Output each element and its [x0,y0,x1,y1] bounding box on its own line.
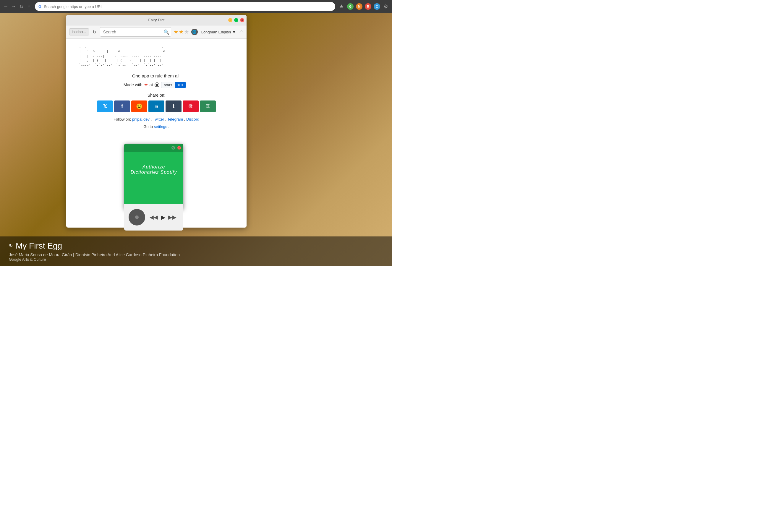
discord-link[interactable]: Discord [186,117,199,121]
artwork-title: My First Egg [16,241,62,251]
share-tumblr-button[interactable]: t [166,101,181,112]
made-with-line: Made with ❤ at stars 101 . [123,82,189,88]
settings-button[interactable]: ◠ [240,29,244,35]
heart-icon: ❤ [144,82,148,87]
telegram-link[interactable]: Telegram [167,117,183,121]
github-icon[interactable] [155,82,159,87]
maximize-button[interactable]: + [234,18,238,22]
linkedin-icon: in [155,104,158,109]
chrome-address-bar[interactable]: G [35,2,335,11]
stars-count: 101 [175,82,186,88]
separator: | [73,252,75,257]
facebook-icon: f [121,103,123,110]
spotify-titlebar: ⚙ × [124,144,183,152]
follow-line: Follow on: pnlpal.dev , Twitter , Telegr… [114,117,199,121]
tagline: One app to rule them all. [132,73,180,78]
forward-button[interactable]: → [11,4,17,9]
spotify-panel: ⚙ × Authorize Dictionariez Spotify [124,144,183,209]
extensions-icon[interactable]: ⚙ [383,3,389,10]
next-button[interactable]: ▶▶ [168,214,176,221]
share-label: Share on: [97,93,216,97]
dict-name: Longman English [201,30,231,34]
refresh-icon[interactable]: ↻ [9,243,13,249]
spotify-close-button[interactable]: × [177,146,181,149]
google-icon: G [38,4,41,9]
dict-selector[interactable]: Longman English ▼ [200,29,237,35]
spotify-authorize-text: Authorize Dictionariez Spotify [129,164,179,175]
pnlpal-link[interactable]: pnlpal.dev [132,117,149,121]
at-text: at [149,82,153,87]
music-player: ◀◀ ▶ ▶▶ [124,204,183,230]
history-button[interactable]: ↻ [91,28,97,36]
home-button[interactable]: ⌂ [26,4,32,9]
twitter-link[interactable]: Twitter [153,117,164,121]
share-linkedin-button[interactable]: in [148,101,164,112]
player-controls: ◀◀ ▶ ▶▶ [149,214,176,221]
settings-line: Go to settings . [143,124,169,129]
window-titlebar: Fairy Dict − + × [66,15,247,25]
reload-button[interactable]: ↻ [18,4,24,9]
history-tab[interactable]: incoher... [69,28,89,35]
profile-icon-1[interactable]: G [347,3,354,10]
share-buttons: 𝕏 f 😉 in t 微 豆 [97,101,216,112]
stars-label: stars [161,82,175,88]
minimize-button[interactable]: − [228,18,232,22]
back-button[interactable]: ← [3,4,9,9]
stars-badge[interactable]: stars 101 [161,82,186,88]
album-art [129,209,145,225]
bottom-bar: ↻ My First Egg José Maria Sousa de Moura… [0,236,392,266]
chrome-actions: ★ G M R C ⚙ [338,3,389,10]
search-button[interactable]: 🔍 [164,29,169,35]
close-button[interactable]: × [240,18,244,22]
share-section: Share on: 𝕏 f 😉 in t 微 [97,93,216,112]
share-twitter-button[interactable]: 𝕏 [97,101,113,112]
address-input[interactable] [44,4,332,9]
made-with-text: Made with [123,82,142,87]
tumblr-icon: t [173,103,174,109]
profile-icon-2[interactable]: M [356,3,362,10]
profile-icon-3[interactable]: R [365,3,371,10]
share-facebook-button[interactable]: f [114,101,130,112]
album-art-inner [135,216,139,219]
share-reddit-button[interactable]: 😉 [131,101,147,112]
globe-icon[interactable]: 🌐 [191,29,198,35]
weibo-icon: 微 [189,104,193,109]
star-2[interactable]: ★ [179,29,184,35]
spotify-content: Authorize Dictionariez Spotify [124,152,183,185]
previous-button[interactable]: ◀◀ [149,214,158,221]
window-controls: − + × [228,18,244,22]
bottom-credit: Google Arts & Culture [9,257,383,261]
settings-link[interactable]: settings [154,124,167,129]
chrome-browser-frame: ← → ↻ ⌂ G ★ G M R C ⚙ [0,0,392,13]
star-3[interactable]: ★ [184,29,189,35]
chrome-nav-buttons: ← → ↻ ⌂ [3,4,32,9]
douban-icon: 豆 [206,104,210,109]
reddit-icon: 😉 [136,103,142,110]
play-button[interactable]: ▶ [161,214,165,221]
star-rating[interactable]: ★ ★ ★ [173,29,189,35]
spotify-settings-button[interactable]: ⚙ [171,146,175,149]
bottom-subtitle: José Maria Sousa de Moura Girão | Dionís… [9,252,383,257]
profile-icon-4[interactable]: C [374,3,380,10]
share-douban-button[interactable]: 豆 [200,101,216,112]
follow-label: Follow on: [114,117,132,121]
period: . [188,82,189,87]
search-input[interactable] [100,27,171,37]
share-weibo-button[interactable]: 微 [183,101,199,112]
star-1[interactable]: ★ [173,29,178,35]
go-to-text: Go to [143,124,154,129]
bookmark-icon[interactable]: ★ [338,3,345,10]
ascii-art: .--. . | : o __|__ o o | | . .-.| . .--.… [75,45,165,67]
window-toolbar: incoher... ↻ 🔍 ★ ★ ★ 🌐 Longman English ▼… [66,25,247,39]
window-title: Fairy Dict [148,18,165,22]
bottom-title: ↻ My First Egg [9,241,383,251]
foundation-name: Dionísio Pinheiro And Alice Cardoso Pinh… [75,252,180,257]
artist-name: José Maria Sousa de Moura Girão [9,252,72,257]
twitter-icon: 𝕏 [103,103,107,110]
chevron-down-icon: ▼ [232,30,236,34]
